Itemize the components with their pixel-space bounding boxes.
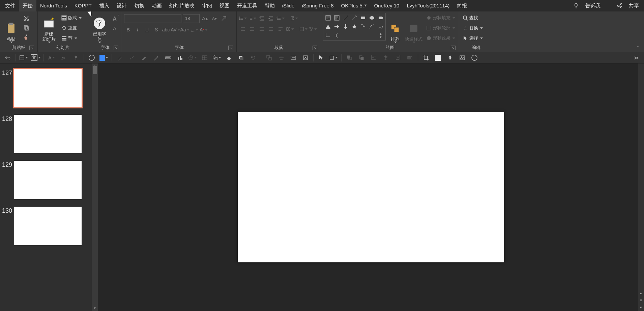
numbering-icon[interactable]: [248, 14, 256, 22]
tool-chart-icon[interactable]: [176, 53, 185, 62]
tab-view[interactable]: 视图: [216, 0, 233, 11]
thumb-scrollbar[interactable]: ▲ ▼: [92, 63, 98, 311]
prev-slide-icon[interactable]: ▴: [640, 291, 642, 295]
used-font-button[interactable]: 字 已用字 体: [90, 13, 109, 43]
tool-select-icon[interactable]: [317, 53, 326, 62]
bullets-icon[interactable]: [239, 14, 247, 22]
tool-group-icon[interactable]: [265, 53, 273, 62]
tab-ispring[interactable]: iSpring Free 8: [298, 0, 337, 11]
tab-insert[interactable]: 插入: [95, 0, 113, 11]
launcher-icon[interactable]: ↘: [228, 46, 233, 50]
tool-align-icon[interactable]: [277, 53, 286, 62]
tool-align-right-icon[interactable]: [393, 53, 402, 62]
font-style-a-icon[interactable]: A: [111, 24, 119, 32]
tool-frame-icon[interactable]: [329, 53, 338, 62]
shape-fill-button[interactable]: 形状填充: [425, 14, 457, 22]
tool-align-center-icon[interactable]: [381, 53, 390, 62]
tool-highlighter-icon[interactable]: [59, 53, 68, 62]
shape-textbox-icon[interactable]: [324, 14, 332, 22]
replace-button[interactable]: 替换: [461, 24, 484, 32]
shape-vtext-icon[interactable]: [333, 14, 341, 22]
align-right-icon[interactable]: [258, 25, 266, 33]
shape-oval-icon[interactable]: [368, 14, 376, 22]
launcher-icon[interactable]: ↘: [313, 46, 317, 50]
tool-pen-icon[interactable]: [152, 53, 160, 62]
tool-send-back-icon[interactable]: [357, 53, 366, 62]
tab-lvyhtools[interactable]: LvyhTools(201114): [403, 0, 453, 11]
tab-file[interactable]: 文件: [1, 0, 19, 11]
tab-okplus[interactable]: OKPlus 5.7: [338, 0, 371, 11]
align-center-icon[interactable]: [248, 25, 256, 33]
tab-help[interactable]: 帮助: [261, 0, 279, 11]
format-painter-icon[interactable]: [22, 33, 30, 41]
align-justify-icon[interactable]: [267, 25, 275, 33]
shape-arc-icon[interactable]: [368, 23, 376, 31]
tool-text-icon[interactable]: 文: [31, 53, 40, 62]
cut-icon[interactable]: [22, 14, 30, 22]
tab-animation[interactable]: 动画: [148, 0, 166, 11]
tool-ring-icon[interactable]: [470, 53, 479, 62]
tool-circle-icon[interactable]: [87, 53, 96, 62]
tool-delete-icon[interactable]: [301, 53, 310, 62]
clear-format-icon[interactable]: [220, 15, 228, 23]
thumb-item[interactable]: 130: [1, 207, 96, 245]
shape-effects-button[interactable]: 形状效果: [425, 34, 457, 43]
tool-crop-icon[interactable]: [421, 53, 430, 62]
tab-nordri[interactable]: Nordri Tools: [36, 0, 71, 11]
new-slide-button[interactable]: 新建 幻灯片: [40, 13, 58, 43]
share-button[interactable]: 共享: [625, 0, 643, 11]
shape-connector-icon[interactable]: [359, 23, 367, 31]
section-button[interactable]: 节: [60, 34, 83, 43]
tool-pie-icon[interactable]: [188, 53, 197, 62]
tool-lamp-icon[interactable]: [446, 53, 455, 62]
slide-menu-icon[interactable]: ≡: [640, 298, 642, 302]
tool-pin-icon[interactable]: [71, 53, 80, 62]
text-direction-icon[interactable]: [290, 14, 298, 22]
paste-button[interactable]: 粘贴: [2, 13, 20, 43]
tab-design[interactable]: 设计: [113, 0, 130, 11]
shadow-icon[interactable]: abc: [162, 26, 170, 34]
thumb-preview[interactable]: [14, 161, 82, 199]
underline-icon[interactable]: U: [143, 26, 151, 34]
collapse-ribbon-icon[interactable]: ˆ: [635, 46, 641, 50]
change-case-icon[interactable]: Aa: [181, 26, 189, 34]
gallery-updown-icon[interactable]: ▲▼: [377, 31, 385, 40]
bold-icon[interactable]: B: [124, 26, 132, 34]
shape-outline-button[interactable]: 形状轮廓: [425, 24, 457, 32]
tool-brush-icon[interactable]: [127, 53, 136, 62]
shape-arrowline-icon[interactable]: [350, 14, 358, 22]
tab-home[interactable]: 开始: [19, 0, 36, 11]
find-button[interactable]: 查找: [461, 14, 484, 22]
arrange-button[interactable]: 排列: [388, 13, 403, 43]
canvas-scrollbar[interactable]: [638, 63, 644, 311]
thumb-item[interactable]: 127: [1, 69, 96, 107]
tool-textbox-icon[interactable]: [289, 53, 298, 62]
thumb-item[interactable]: 128: [1, 115, 96, 153]
highlight-icon[interactable]: [190, 26, 198, 34]
tab-devtools[interactable]: 开发工具: [233, 0, 261, 11]
tool-dist-h-icon[interactable]: [406, 53, 414, 62]
tab-transition[interactable]: 切换: [130, 0, 148, 11]
font-size-combo[interactable]: 18: [183, 14, 200, 23]
thumb-item[interactable]: 129: [1, 161, 96, 199]
shape-star-icon[interactable]: [350, 23, 358, 31]
font-color-icon[interactable]: A: [200, 26, 208, 34]
tab-islide[interactable]: iSlide: [279, 0, 298, 11]
tool-eyedrop-icon[interactable]: [115, 53, 124, 62]
tell-me[interactable]: 告诉我: [582, 0, 604, 11]
tool-ruler-icon[interactable]: [164, 53, 173, 62]
tab-koppt[interactable]: KOPPT: [71, 0, 95, 11]
shape-gallery[interactable]: ▲▼: [323, 13, 386, 41]
launcher-icon[interactable]: ↘: [114, 46, 118, 50]
reset-button[interactable]: 重置: [60, 24, 83, 32]
tool-shadow-icon[interactable]: [237, 53, 245, 62]
align-left-icon[interactable]: [239, 25, 247, 33]
tool-marker-icon[interactable]: [140, 53, 148, 62]
lightbulb-icon[interactable]: [573, 2, 580, 9]
grow-font-icon[interactable]: A▴: [201, 15, 209, 23]
launcher-icon[interactable]: ↘: [29, 46, 34, 50]
tool-image-icon[interactable]: [458, 53, 467, 62]
font-increase-icon[interactable]: A^: [111, 15, 119, 23]
tab-slideshow[interactable]: 幻灯片放映: [166, 0, 198, 11]
shape-curve-icon[interactable]: [377, 23, 385, 31]
